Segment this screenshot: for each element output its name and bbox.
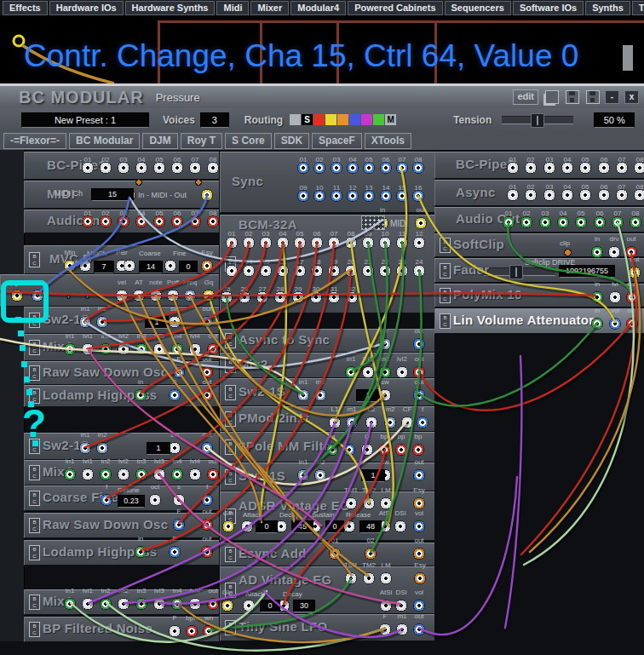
bc-logo-icon[interactable]: BC [225, 333, 236, 348]
value-field[interactable]: 30 [293, 600, 315, 612]
port-06[interactable] [380, 162, 392, 174]
port-AT[interactable] [133, 290, 145, 302]
port-out[interactable] [413, 623, 425, 635]
port-f[interactable] [101, 494, 112, 506]
bc-logo-icon[interactable]: BC [225, 385, 236, 400]
menu-item-synths[interactable]: Synths [585, 1, 630, 15]
port-32[interactable] [346, 291, 358, 303]
menu-item-hardware-synths[interactable]: Hardware Synths [125, 1, 216, 15]
port-19[interactable] [328, 265, 340, 277]
port-06[interactable] [171, 162, 183, 174]
port-02[interactable] [100, 215, 112, 227]
port-03[interactable] [118, 162, 129, 174]
port-F[interactable] [169, 625, 181, 637]
port-06[interactable] [311, 237, 323, 249]
port-out[interactable] [201, 442, 213, 454]
port-in2[interactable] [96, 316, 108, 328]
port-out[interactable] [201, 366, 213, 378]
port-in1[interactable] [64, 598, 76, 610]
port-07[interactable] [616, 189, 628, 201]
port-16[interactable] [277, 265, 289, 277]
port-out[interactable] [413, 389, 425, 401]
port-in4[interactable] [171, 598, 183, 610]
bc-logo-icon[interactable]: BC [225, 358, 236, 373]
bc-logo-icon[interactable]: BC [29, 340, 40, 355]
port-07[interactable] [616, 162, 628, 174]
port-03[interactable] [118, 215, 129, 227]
port-03[interactable] [260, 237, 272, 249]
tab-bc-modular[interactable]: BC Modular [69, 133, 140, 149]
tab-spacef[interactable]: SpaceF [312, 133, 362, 149]
port-out[interactable] [201, 546, 213, 558]
port-lvl4[interactable] [189, 343, 201, 355]
port-out[interactable] [201, 389, 213, 401]
port-03[interactable] [539, 216, 551, 228]
port-out[interactable] [413, 338, 425, 350]
bc-logo-icon[interactable]: BC [29, 518, 40, 533]
port-out[interactable] [629, 267, 641, 279]
port-03[interactable] [543, 162, 555, 174]
port-in4[interactable] [171, 343, 183, 355]
bc-logo-icon[interactable]: BC [29, 388, 40, 404]
port-07[interactable] [328, 237, 340, 249]
port-26[interactable] [239, 291, 250, 303]
port-AtSl[interactable] [380, 600, 392, 612]
tab--flexor-[interactable]: -=Flexor=- [3, 133, 66, 149]
port-L1[interactable] [329, 417, 341, 428]
port-Freq[interactable] [184, 290, 196, 302]
bc-logo-icon[interactable]: BC [29, 365, 40, 381]
bc-logo-icon[interactable]: BC [29, 595, 40, 610]
port-01[interactable] [82, 215, 94, 227]
tension-value-field[interactable]: 50 % [594, 112, 635, 128]
port-02[interactable] [313, 162, 325, 174]
routing-cell-7[interactable] [373, 114, 384, 125]
port-08[interactable] [345, 237, 357, 249]
port-18[interactable] [311, 265, 323, 277]
port-21[interactable] [362, 265, 374, 277]
port-F[interactable] [343, 444, 355, 456]
port-drv[interactable] [608, 246, 620, 258]
port-02[interactable] [243, 237, 255, 249]
port-out[interactable] [626, 318, 638, 330]
routing-cell-1[interactable]: S [302, 114, 313, 125]
port-CF[interactable] [401, 417, 413, 428]
port-wn[interactable] [203, 625, 215, 637]
port-in2[interactable] [100, 598, 112, 610]
port-lvl2[interactable] [118, 598, 129, 610]
value-field[interactable]: 14 [139, 261, 163, 273]
port-out[interactable] [413, 366, 425, 378]
port-F[interactable] [169, 389, 181, 401]
port-jack[interactable] [243, 600, 255, 612]
port-07[interactable] [189, 162, 201, 174]
port-01[interactable] [503, 216, 515, 228]
port-17[interactable] [294, 265, 306, 277]
port-in[interactable] [135, 389, 147, 401]
port-in1[interactable] [79, 316, 91, 328]
port-DSl[interactable] [395, 600, 407, 612]
save-icon[interactable] [566, 90, 579, 104]
port-10[interactable] [379, 237, 391, 249]
bc-logo-icon[interactable]: BC [29, 465, 40, 480]
port-Gin[interactable] [221, 600, 233, 612]
port-08[interactable] [207, 162, 219, 174]
port-TM1[interactable] [345, 572, 357, 584]
port-02[interactable] [365, 548, 377, 560]
port-F[interactable] [173, 366, 185, 378]
port-15[interactable] [260, 265, 272, 277]
port-in1[interactable] [345, 366, 357, 378]
bc-logo-icon[interactable]: BC [440, 238, 451, 253]
bc-logo-icon[interactable]: BC [29, 252, 40, 267]
bc-logo-icon[interactable]: BC [440, 288, 451, 303]
port-out[interactable] [207, 343, 219, 355]
menu-item-sequencers[interactable]: Sequencers [445, 1, 511, 15]
bc-logo-icon[interactable]: BC [440, 263, 451, 279]
port-08[interactable] [412, 162, 424, 174]
port-out[interactable] [201, 519, 213, 531]
value-field[interactable]: 1 [145, 316, 169, 329]
close-button[interactable]: x [624, 90, 639, 104]
port-out[interactable] [413, 548, 425, 560]
port-lvl3[interactable] [153, 343, 165, 355]
port-DSl[interactable] [394, 520, 406, 532]
tension-slider-handle[interactable] [531, 113, 544, 128]
port-28[interactable] [274, 291, 286, 303]
